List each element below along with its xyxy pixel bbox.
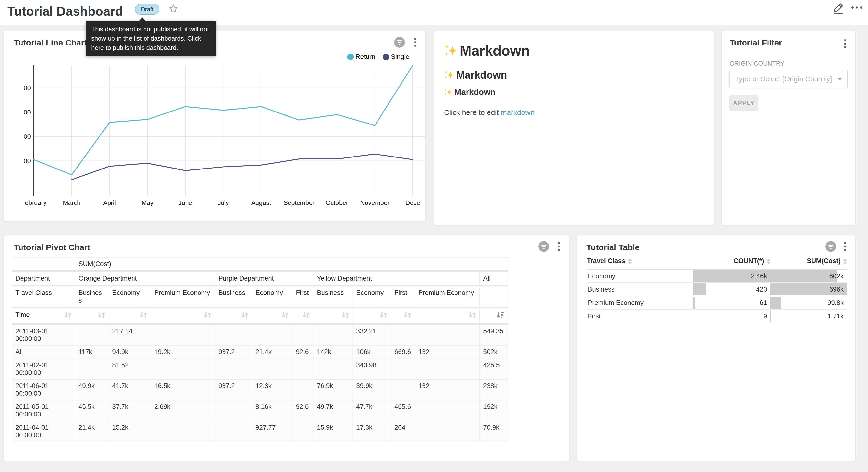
pivot-time-header[interactable]: Time: [12, 308, 75, 324]
table-row[interactable]: Business420696k: [587, 283, 847, 296]
draft-status-badge[interactable]: Draft: [135, 4, 159, 15]
y-axis-tick: 800: [25, 84, 31, 91]
sum-cell: 99.8k: [770, 296, 847, 309]
pivot-corner-cell: [12, 258, 75, 271]
pivot-cell: 192k: [480, 400, 508, 421]
pivot-cell: [252, 324, 292, 346]
select-placeholder: Type or Select [Origin Country]: [735, 75, 838, 83]
x-axis-tick: June: [179, 199, 192, 206]
pivot-sort-cell[interactable]: [252, 308, 292, 324]
cross-filter-icon[interactable]: [826, 241, 836, 252]
pivot-cell: 204: [391, 421, 415, 442]
kebab-menu-icon[interactable]: [843, 38, 847, 49]
pivot-cell: 81.52: [109, 359, 151, 380]
series-line-single: [72, 154, 413, 179]
pivot-row-dim-label: Department: [12, 271, 75, 286]
pivot-group-header: All: [480, 271, 508, 286]
pivot-cell: 2.69k: [151, 400, 215, 421]
pivot-column-header: Economy: [252, 286, 292, 308]
pivot-column-header: Business: [215, 286, 252, 308]
pivot-cell: 41.7k: [109, 380, 151, 400]
pivot-column-header: Premium Economy: [151, 286, 215, 308]
pivot-cell: 8.16k: [252, 400, 292, 421]
pivot-sort-cell[interactable]: [313, 308, 353, 324]
sparkles-icon: [444, 70, 454, 80]
page-title: Tutorial Dashboard: [7, 4, 123, 19]
pivot-sort-cell[interactable]: [480, 308, 508, 324]
kebab-menu-icon[interactable]: [413, 37, 417, 48]
data-table: Travel ClassCOUNT(*)SUM(Cost)Economy2.46…: [587, 256, 847, 323]
pivot-sort-cell[interactable]: [151, 308, 215, 324]
apply-button[interactable]: APPLY: [729, 95, 758, 111]
x-axis-tick: July: [218, 199, 229, 206]
markdown-heading-2: Markdown: [444, 69, 507, 81]
pivot-cell: 549.35: [480, 324, 508, 346]
sort-icon: [404, 311, 411, 319]
pivot-cell: [292, 324, 313, 346]
return-series-dot: [347, 54, 354, 60]
pivot-cell: 92.6: [292, 346, 313, 359]
pivot-row: All117k94.9k19.2k937.221.4k92.6142k106k6…: [12, 346, 508, 359]
x-axis-tick: February: [25, 199, 46, 206]
pivot-cell: 47.7k: [353, 400, 391, 421]
pivot-sort-cell[interactable]: [391, 308, 415, 324]
legend-item-return[interactable]: Return: [347, 53, 375, 61]
pivot-column-header: Business: [75, 286, 109, 308]
origin-country-select[interactable]: Type or Select [Origin Country]: [729, 70, 848, 88]
x-axis-tick: Dece: [405, 199, 420, 206]
pivot-row-label: All: [12, 346, 75, 359]
pivot-sort-cell[interactable]: [215, 308, 252, 324]
pivot-group-header: Yellow Department: [313, 271, 480, 286]
pivot-cell: 217.14: [109, 324, 151, 346]
sort-icon: [204, 311, 211, 319]
sum-cell: 602k: [770, 269, 847, 283]
pivot-cell: 927.77: [252, 421, 292, 442]
pivot-cell: [415, 421, 480, 442]
pivot-cell: 15.2k: [109, 421, 151, 442]
sort-icon: [241, 311, 248, 319]
column-header[interactable]: COUNT(*): [693, 256, 770, 269]
pivot-row: 2011-05-01 00:00:0045.5k37.7k2.69k8.16k9…: [12, 400, 508, 421]
pivot-cell: 937.2: [215, 346, 252, 359]
pivot-sort-cell[interactable]: [353, 308, 391, 324]
sort-carets-icon: [628, 259, 632, 264]
edit-dashboard-icon[interactable]: [833, 2, 844, 14]
table-row[interactable]: Premium Economy6199.8k: [587, 296, 847, 309]
column-header[interactable]: SUM(Cost): [770, 256, 847, 269]
markdown-edit-link[interactable]: markdown: [501, 108, 534, 116]
table-row[interactable]: Economy2.46k602k: [587, 269, 847, 283]
pivot-cell: 45.5k: [75, 400, 109, 421]
pivot-column-header: First: [292, 286, 313, 308]
pivot-travel-class-row: Travel ClassBusinessEconomyPremium Econo…: [12, 286, 508, 308]
cross-filter-icon[interactable]: [538, 241, 549, 252]
origin-country-label: ORIGIN COUNTRY: [730, 60, 785, 67]
kebab-menu-icon[interactable]: [557, 241, 561, 252]
sort-icon: [64, 311, 71, 319]
pivot-sort-cell[interactable]: [292, 308, 313, 324]
pivot-sort-cell[interactable]: [75, 308, 109, 324]
x-axis-tick: May: [141, 199, 153, 206]
pivot-column-header: Economy: [109, 286, 151, 308]
pivot-sort-cell[interactable]: [109, 308, 151, 324]
pivot-cell: [215, 421, 252, 442]
count-cell: 420: [693, 283, 770, 296]
legend-item-single[interactable]: Single: [383, 53, 409, 61]
favorite-star-icon[interactable]: [169, 4, 178, 13]
sort-icon: [342, 311, 349, 319]
sort-desc-icon: [496, 311, 505, 319]
pivot-measure-label: SUM(Cost): [75, 258, 508, 271]
y-axis-tick: 400: [25, 133, 31, 140]
publish-tooltip: This dashboard is not published, it will…: [86, 21, 216, 56]
travel-class-cell: First: [587, 309, 693, 323]
kebab-menu-icon[interactable]: [843, 241, 847, 252]
sort-icon: [380, 311, 387, 319]
column-header[interactable]: Travel Class: [587, 256, 693, 269]
pivot-sort-cell[interactable]: [415, 308, 480, 324]
table-row[interactable]: First91.71k: [587, 309, 847, 323]
pivot-cell: 19.2k: [151, 346, 215, 359]
cross-filter-icon[interactable]: [394, 37, 405, 48]
markdown-paragraph: Click here to edit markdown: [444, 108, 534, 117]
pivot-cell: [151, 359, 215, 380]
more-options-icon[interactable]: [851, 6, 862, 8]
pivot-cell: [391, 380, 415, 400]
